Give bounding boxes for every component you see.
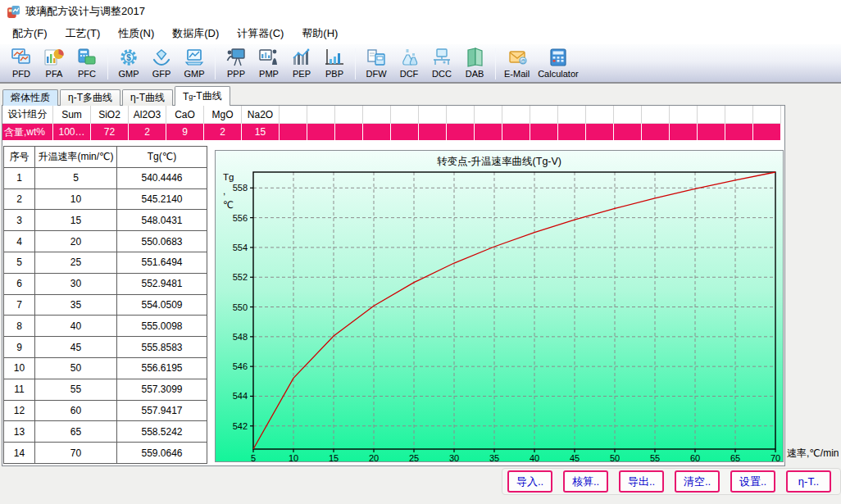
table-cell: 554.0509: [117, 294, 207, 316]
composition-value-cell-empty[interactable]: [335, 124, 363, 140]
action-button-导出[interactable]: 导出..: [619, 470, 664, 493]
composition-header-cell-empty: [335, 106, 363, 124]
svg-text:5: 5: [251, 453, 256, 461]
composition-value-cell-empty[interactable]: [753, 124, 781, 140]
toolbar-button-pmp[interactable]: PMP: [252, 46, 285, 82]
tab-η-T曲线[interactable]: η-T曲线: [122, 89, 173, 106]
composition-value-cell[interactable]: 9: [166, 124, 204, 140]
menu-item[interactable]: 性质(N): [109, 24, 163, 43]
composition-row-label: 含量,wt%: [2, 124, 53, 140]
composition-header-cell-empty: [586, 106, 614, 124]
action-button-导入[interactable]: 导入..: [507, 470, 552, 493]
svg-text:548: 548: [233, 332, 248, 342]
action-button-设置[interactable]: 设置..: [730, 470, 775, 493]
table-row: 1365558.5242: [4, 421, 207, 443]
toolbar-button-label: GMP: [184, 69, 204, 79]
composition-value-cell-empty[interactable]: [614, 124, 642, 140]
svg-text:50: 50: [610, 453, 620, 461]
app-window: 玻璃配方设计与调整2017 配方(F)工艺(T)性质(N)数据库(D)计算器(C…: [0, 0, 841, 504]
composition-value-cell[interactable]: 15: [242, 124, 280, 140]
table-row: 15540.4446: [4, 167, 207, 188]
toolbar-button-label: E-Mail: [504, 69, 530, 79]
composition-value-cell-empty[interactable]: [670, 124, 698, 140]
table-row: 1260557.9417: [4, 400, 207, 421]
hands-diamond-icon: [151, 47, 172, 68]
menu-item[interactable]: 计算器(C): [228, 24, 293, 43]
composition-value-cell-empty[interactable]: [280, 124, 307, 140]
table-cell: 550.0683: [117, 231, 207, 252]
tab-熔体性质[interactable]: 熔体性质: [2, 89, 58, 106]
gear-dollar-icon: $: [118, 47, 139, 68]
table-cell: 557.9417: [117, 400, 207, 421]
table-cell: 540.4446: [117, 167, 207, 188]
toolbar-button-pfd[interactable]: PFD: [5, 46, 38, 82]
table-cell: 25: [35, 252, 117, 273]
toolbar-separator: [215, 48, 216, 79]
table-cell: 4: [4, 231, 35, 252]
composition-value-cell-empty[interactable]: [419, 124, 447, 140]
table-cell: 40: [35, 316, 117, 337]
toolbar-button-e-mail[interactable]: @E-Mail: [500, 46, 534, 82]
action-button-核算[interactable]: 核算..: [563, 470, 608, 493]
table-row: 1470559.0646: [4, 443, 207, 464]
composition-header-cell-empty: [614, 106, 642, 124]
toolbar-button-label: PFD: [12, 69, 30, 79]
toolbar-button-label: PFA: [46, 69, 63, 79]
table-row: 1155557.3099: [4, 379, 207, 400]
menu-item[interactable]: 帮助(H): [293, 24, 347, 43]
toolbar-button-pep[interactable]: PEP: [285, 46, 318, 82]
toolbar-button-label: DCC: [432, 69, 452, 79]
toolbar-group: $GMPGFPGMP: [112, 46, 211, 82]
toolbar-button-gmp[interactable]: GMP: [178, 46, 211, 82]
composition-value-cell-empty[interactable]: [642, 124, 670, 140]
composition-value-cell-empty[interactable]: [475, 124, 502, 140]
composition-value-cell-empty[interactable]: [307, 124, 335, 140]
toolbar-button-dcc[interactable]: DCC: [425, 46, 458, 82]
composition-value-cell-empty[interactable]: [725, 124, 753, 140]
composition-header-cell-empty: [419, 106, 447, 124]
composition-value-cell[interactable]: 100…: [53, 124, 91, 140]
table-row: 735554.0509: [4, 294, 207, 316]
toolbar-button-label: DCF: [400, 69, 419, 79]
composition-value-cell-empty[interactable]: [530, 124, 558, 140]
composition-value-cell[interactable]: 2: [204, 124, 242, 140]
composition-value-cell-empty[interactable]: [391, 124, 419, 140]
toolbar-button-ppp[interactable]: PPP: [220, 46, 252, 82]
toolbar-button-gfp[interactable]: GFP: [145, 46, 178, 82]
toolbar-button-pfa[interactable]: PFA: [38, 46, 70, 82]
table-cell: 20: [35, 231, 117, 252]
composition-value-cell-empty[interactable]: [698, 124, 725, 140]
composition-header-cell-empty: [698, 106, 725, 124]
toolbar-button-pfc[interactable]: PFC: [70, 46, 103, 82]
menu-item[interactable]: 工艺(T): [57, 24, 110, 43]
composition-value-cell[interactable]: 2: [129, 124, 166, 140]
action-button-η-T[interactable]: η-T..: [786, 470, 831, 493]
composition-header-cell: SiO2: [91, 106, 129, 124]
composition-value-cell-empty[interactable]: [586, 124, 614, 140]
table-cell: 5: [4, 252, 35, 273]
toolbar-button-pbp[interactable]: PBP: [318, 46, 351, 82]
toolbar-button-dcf[interactable]: DCF: [393, 46, 425, 82]
toolbar-button-dfw[interactable]: DFW: [360, 46, 393, 82]
toolbar-button-gmp[interactable]: $GMP: [112, 46, 145, 82]
composition-header-cell-empty: [280, 106, 307, 124]
svg-text:556: 556: [233, 213, 248, 223]
composition-header-cell: Al2O3: [129, 106, 166, 124]
svg-text:65: 65: [730, 453, 740, 461]
toolbar-button-dab[interactable]: DAB: [458, 46, 491, 82]
tab-Tg-T曲线[interactable]: Tg-T曲线: [175, 86, 230, 106]
pie-bar-chart-icon: [43, 47, 65, 68]
toolbar-button-calculator[interactable]: Calculator: [534, 46, 583, 82]
composition-value-cell-empty[interactable]: [363, 124, 391, 140]
composition-value-cell-empty[interactable]: [502, 124, 530, 140]
composition-value-cell-empty[interactable]: [558, 124, 586, 140]
menu-item[interactable]: 配方(F): [3, 24, 57, 43]
table-cell: 65: [35, 421, 117, 443]
tab-η-T多曲线[interactable]: η-T多曲线: [60, 89, 120, 106]
composition-value-cell-empty[interactable]: [447, 124, 475, 140]
menu-item[interactable]: 数据库(D): [163, 24, 228, 43]
svg-text:10: 10: [289, 453, 298, 461]
table-cell: 6: [4, 273, 35, 294]
composition-value-cell[interactable]: 72: [91, 124, 129, 140]
action-button-清空[interactable]: 清空..: [675, 470, 720, 493]
